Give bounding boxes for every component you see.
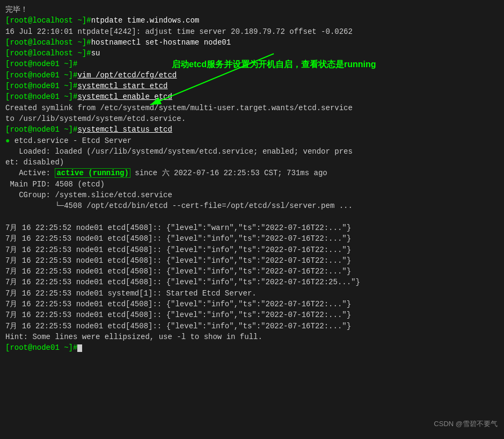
terminal-line: [root@localhost ~]#su (5, 48, 499, 59)
watermark: CSDN @雪碧不要气 (434, 419, 498, 429)
terminal-line: 7月 16 22:25:53 node01 etcd[4508]:: {"lev… (5, 299, 499, 310)
terminal-line: [root@node01 ~]#systemctl enable etcd (5, 91, 499, 102)
terminal-line: 7月 16 22:25:53 node01 etcd[4508]:: {"lev… (5, 321, 499, 332)
terminal-line: 7月 16 22:25:53 node01 etcd[4508]:: {"lev… (5, 266, 499, 277)
terminal-line: 7月 16 22:25:52 node01 etcd[4508]:: {"lev… (5, 222, 499, 233)
terminal-line (5, 212, 499, 222)
terminal-line: 7月 16 22:25:53 node01 etcd[4508]:: {"lev… (5, 277, 499, 287)
terminal-line: Main PID: 4508 (etcd) (5, 179, 499, 190)
terminal-line: [root@localhost ~]#ntpdate time.windows.… (5, 15, 499, 26)
terminal-line: 7月 16 22:25:53 node01 etcd[4508]:: {"lev… (5, 310, 499, 320)
terminal: 完毕！[root@localhost ~]#ntpdate time.windo… (0, 0, 504, 439)
terminal-line: [root@node01 ~]#vim /opt/etcd/cfg/etcd (5, 70, 499, 81)
terminal-line: └─4508 /opt/etcd/bin/etcd --cert-file=/o… (5, 200, 499, 211)
terminal-line: et: disabled) (5, 157, 499, 168)
terminal-line: Created symlink from /etc/systemd/system… (5, 103, 499, 113)
terminal-line: Active: active (running) since 六 2022-07… (5, 168, 499, 178)
terminal-line: 7月 16 22:25:53 node01 systemd[1]:: Start… (5, 288, 499, 299)
terminal-line: [root@node01 ~]#systemctl start etcd (5, 81, 499, 91)
terminal-line: 7月 16 22:25:53 node01 etcd[4508]:: {"lev… (5, 244, 499, 255)
terminal-line: [root@localhost ~]#hostnamectl set-hostn… (5, 37, 499, 48)
terminal-line: CGroup: /system.slice/etcd.service (5, 190, 499, 200)
terminal-line: to /usr/lib/systemd/system/etcd.service. (5, 113, 499, 124)
terminal-line: 7月 16 22:25:53 node01 etcd[4508]:: {"lev… (5, 255, 499, 266)
terminal-line: [root@node01 ~]#systemctl status etcd (5, 124, 499, 135)
terminal-line: 16 Jul 22:10:01 ntpdate[4242]: adjust ti… (5, 26, 499, 37)
terminal-line: Hint: Some lines were ellipsized, use -l… (5, 332, 499, 342)
terminal-line: ● etcd.service - Etcd Server (5, 135, 499, 146)
terminal-line: Loaded: loaded (/usr/lib/systemd/system/… (5, 146, 499, 157)
terminal-line: 完毕！ (5, 4, 499, 15)
terminal-line: [root@node01 ~]# (5, 342, 499, 353)
annotation-text: 启动etcd服务并设置为开机自启，查看状态是running (172, 58, 376, 70)
terminal-line: 7月 16 22:25:53 node01 etcd[4508]:: {"lev… (5, 233, 499, 244)
